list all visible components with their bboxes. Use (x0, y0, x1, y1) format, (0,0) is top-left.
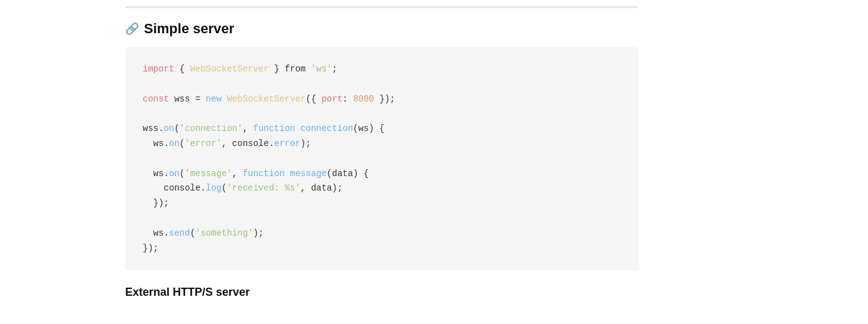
code-line-empty-2 (143, 107, 621, 122)
page-container: 🔗 Simple server import { WebSocketServer… (0, 0, 868, 299)
section-heading: 🔗 Simple server (125, 21, 743, 37)
link-icon: 🔗 (125, 22, 139, 36)
code-line-5: wss.on('connection', function connection… (143, 122, 621, 137)
bottom-section-title: External HTTP/S server (125, 286, 250, 298)
code-line-empty-4 (143, 211, 621, 226)
code-line-empty-1 (143, 77, 621, 92)
bottom-section-heading: External HTTP/S server (125, 286, 743, 299)
code-line-9: console.log('received: %s', data); (143, 181, 621, 196)
code-line-12: ws.send('something'); (143, 226, 621, 241)
section-title: Simple server (144, 21, 234, 37)
code-line-13: }); (143, 241, 621, 256)
code-line-1: import { WebSocketServer } from 'ws'; (143, 62, 621, 77)
code-block: import { WebSocketServer } from 'ws'; co… (125, 47, 638, 271)
code-line-empty-3 (143, 152, 621, 167)
code-line-6: ws.on('error', console.error); (143, 137, 621, 152)
top-divider (125, 6, 638, 8)
code-line-8: ws.on('message', function message(data) … (143, 167, 621, 182)
code-line-3: const wss = new WebSocketServer({ port: … (143, 92, 621, 107)
code-line-10: }); (143, 196, 621, 211)
